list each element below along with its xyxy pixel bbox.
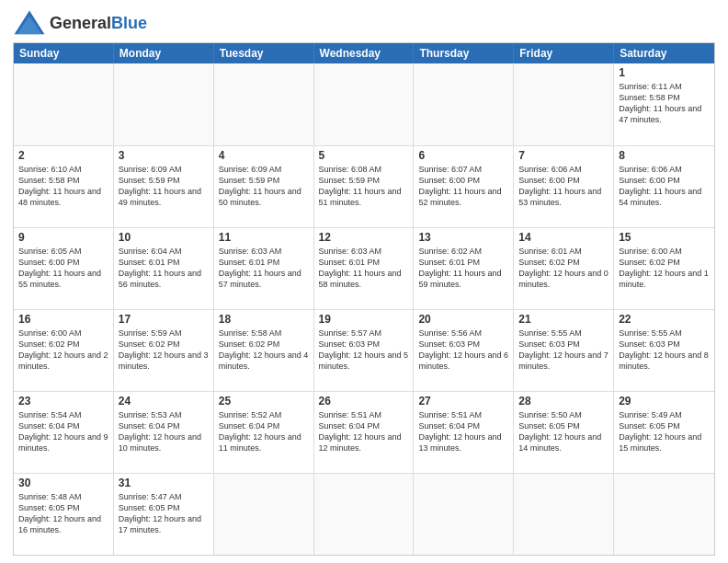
calendar-cell [314,474,415,555]
calendar-cell [214,63,314,145]
calendar-cell: 1Sunrise: 6:11 AM Sunset: 5:58 PM Daylig… [614,63,714,145]
calendar-cell: 13Sunrise: 6:02 AM Sunset: 6:01 PM Dayli… [414,228,514,309]
calendar-cell: 23Sunrise: 5:54 AM Sunset: 6:04 PM Dayli… [14,392,114,473]
page: GeneralBlue SundayMondayTuesdayWednesday… [0,0,728,563]
calendar-cell: 27Sunrise: 5:51 AM Sunset: 6:04 PM Dayli… [414,392,514,473]
weekday-header: Sunday [14,43,114,63]
day-number: 5 [319,149,409,162]
day-info: Sunrise: 6:11 AM Sunset: 5:58 PM Dayligh… [619,81,710,126]
day-number: 6 [418,149,508,162]
day-number: 29 [619,395,710,408]
day-info: Sunrise: 6:06 AM Sunset: 6:00 PM Dayligh… [518,164,609,209]
day-number: 13 [418,231,508,244]
day-number: 10 [119,231,209,244]
calendar-row: 2Sunrise: 6:10 AM Sunset: 5:58 PM Daylig… [14,145,714,227]
calendar-cell [214,474,314,555]
calendar-cell: 28Sunrise: 5:50 AM Sunset: 6:05 PM Dayli… [514,392,614,473]
calendar-cell: 4Sunrise: 6:09 AM Sunset: 5:59 PM Daylig… [214,146,314,227]
calendar-cell: 11Sunrise: 6:03 AM Sunset: 6:01 PM Dayli… [214,228,314,309]
calendar-cell [514,63,614,145]
day-info: Sunrise: 6:04 AM Sunset: 6:01 PM Dayligh… [119,246,209,291]
weekday-header: Friday [514,43,614,63]
calendar-cell [514,474,614,555]
logo: GeneralBlue [13,9,147,37]
day-info: Sunrise: 6:00 AM Sunset: 6:02 PM Dayligh… [619,246,710,291]
day-info: Sunrise: 5:51 AM Sunset: 6:04 PM Dayligh… [319,409,409,454]
calendar-cell: 24Sunrise: 5:53 AM Sunset: 6:04 PM Dayli… [114,392,214,473]
calendar-cell: 7Sunrise: 6:06 AM Sunset: 6:00 PM Daylig… [514,146,614,227]
calendar-cell: 26Sunrise: 5:51 AM Sunset: 6:04 PM Dayli… [314,392,415,473]
day-info: Sunrise: 5:51 AM Sunset: 6:04 PM Dayligh… [418,409,508,454]
day-number: 20 [418,313,508,326]
day-number: 8 [619,149,710,162]
day-number: 19 [319,313,409,326]
day-info: Sunrise: 6:02 AM Sunset: 6:01 PM Dayligh… [418,246,508,291]
weekday-header: Monday [114,43,214,63]
day-info: Sunrise: 6:03 AM Sunset: 6:01 PM Dayligh… [319,246,409,291]
calendar-cell: 29Sunrise: 5:49 AM Sunset: 6:05 PM Dayli… [614,392,714,473]
day-info: Sunrise: 6:03 AM Sunset: 6:01 PM Dayligh… [219,246,309,291]
day-info: Sunrise: 6:07 AM Sunset: 6:00 PM Dayligh… [418,164,508,209]
day-info: Sunrise: 5:50 AM Sunset: 6:05 PM Dayligh… [518,409,609,454]
day-info: Sunrise: 6:00 AM Sunset: 6:02 PM Dayligh… [18,327,108,373]
calendar-cell: 17Sunrise: 5:59 AM Sunset: 6:02 PM Dayli… [114,310,214,391]
calendar-cell: 20Sunrise: 5:56 AM Sunset: 6:03 PM Dayli… [414,310,514,391]
day-number: 7 [518,149,609,162]
calendar-cell: 8Sunrise: 6:06 AM Sunset: 6:00 PM Daylig… [614,146,714,227]
day-info: Sunrise: 5:53 AM Sunset: 6:04 PM Dayligh… [119,409,209,454]
day-info: Sunrise: 6:05 AM Sunset: 6:00 PM Dayligh… [18,246,108,291]
calendar-cell: 14Sunrise: 6:01 AM Sunset: 6:02 PM Dayli… [514,228,614,309]
calendar-cell [314,63,415,145]
calendar-cell [414,474,514,555]
calendar-row: 30Sunrise: 5:48 AM Sunset: 6:05 PM Dayli… [14,473,714,555]
day-number: 9 [18,231,108,244]
calendar-cell: 15Sunrise: 6:00 AM Sunset: 6:02 PM Dayli… [614,228,714,309]
day-info: Sunrise: 6:08 AM Sunset: 5:59 PM Dayligh… [319,164,409,209]
day-info: Sunrise: 5:47 AM Sunset: 6:05 PM Dayligh… [119,491,209,536]
calendar-cell [414,63,514,145]
calendar-cell: 9Sunrise: 6:05 AM Sunset: 6:00 PM Daylig… [14,228,114,309]
calendar-cell: 2Sunrise: 6:10 AM Sunset: 5:58 PM Daylig… [14,146,114,227]
calendar-cell: 21Sunrise: 5:55 AM Sunset: 6:03 PM Dayli… [514,310,614,391]
day-number: 22 [619,313,710,326]
calendar-cell: 31Sunrise: 5:47 AM Sunset: 6:05 PM Dayli… [114,474,214,555]
day-number: 30 [18,477,108,489]
weekday-header: Wednesday [314,43,415,63]
day-number: 14 [518,231,609,244]
calendar-cell [614,474,714,555]
day-number: 18 [219,313,309,326]
day-number: 4 [219,149,309,162]
calendar-row: 23Sunrise: 5:54 AM Sunset: 6:04 PM Dayli… [14,391,714,473]
day-info: Sunrise: 5:56 AM Sunset: 6:03 PM Dayligh… [418,327,508,373]
calendar-cell [14,63,114,145]
day-info: Sunrise: 6:09 AM Sunset: 5:59 PM Dayligh… [219,164,309,209]
day-number: 12 [319,231,409,244]
calendar: SundayMondayTuesdayWednesdayThursdayFrid… [13,42,715,556]
logo-icon [13,9,46,37]
weekday-header: Thursday [414,43,514,63]
day-number: 16 [18,313,108,326]
calendar-row: 9Sunrise: 6:05 AM Sunset: 6:00 PM Daylig… [14,227,714,309]
day-number: 23 [18,395,108,408]
calendar-cell: 12Sunrise: 6:03 AM Sunset: 6:01 PM Dayli… [314,228,415,309]
day-number: 3 [119,149,209,162]
day-info: Sunrise: 6:01 AM Sunset: 6:02 PM Dayligh… [518,246,609,291]
weekday-header: Saturday [614,43,714,63]
calendar-header: SundayMondayTuesdayWednesdayThursdayFrid… [14,43,714,63]
calendar-cell: 18Sunrise: 5:58 AM Sunset: 6:02 PM Dayli… [214,310,314,391]
calendar-cell [114,63,214,145]
day-info: Sunrise: 6:06 AM Sunset: 6:00 PM Dayligh… [619,164,710,209]
day-number: 1 [619,66,710,79]
calendar-cell: 22Sunrise: 5:55 AM Sunset: 6:03 PM Dayli… [614,310,714,391]
day-number: 25 [219,395,309,408]
day-info: Sunrise: 5:54 AM Sunset: 6:04 PM Dayligh… [18,409,108,454]
day-number: 27 [418,395,508,408]
day-number: 21 [518,313,609,326]
day-info: Sunrise: 6:09 AM Sunset: 5:59 PM Dayligh… [119,164,209,209]
day-info: Sunrise: 5:49 AM Sunset: 6:05 PM Dayligh… [619,409,710,454]
calendar-row: 16Sunrise: 6:00 AM Sunset: 6:02 PM Dayli… [14,309,714,391]
calendar-cell: 10Sunrise: 6:04 AM Sunset: 6:01 PM Dayli… [114,228,214,309]
day-number: 2 [18,149,108,162]
day-number: 28 [518,395,609,408]
calendar-cell: 6Sunrise: 6:07 AM Sunset: 6:00 PM Daylig… [414,146,514,227]
